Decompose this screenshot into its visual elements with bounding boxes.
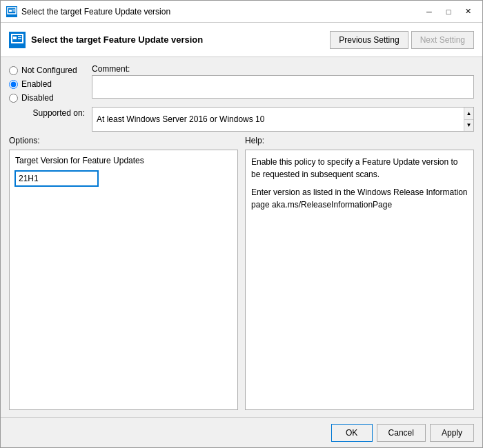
minimize-button[interactable]: ─ [420,5,438,19]
options-panel: Target Version for Feature Updates [9,150,238,410]
supported-scrollbar: ▲ ▼ [464,108,473,131]
close-button[interactable]: ✕ [459,5,477,19]
header-title: Select the target Feature Update version [31,34,203,45]
maximize-button[interactable]: □ [440,5,457,19]
cancel-button[interactable]: Cancel [377,424,426,442]
supported-row: Supported on: At least Windows Server 20… [9,107,474,132]
radio-not-configured[interactable]: Not Configured [9,65,85,75]
next-setting-button[interactable]: Next Setting [411,31,474,49]
title-bar: Select the target Feature Update version… [1,1,482,23]
previous-setting-button[interactable]: Previous Setting [330,31,408,49]
radio-enabled-input[interactable] [9,80,18,89]
svg-rect-5 [13,37,17,39]
help-label: Help: [245,136,474,145]
header-section: Select the target Feature Update version… [1,23,482,57]
comment-label: Comment: [92,64,474,74]
content-area: Not Configured Enabled Disabled Comment:… [1,57,482,417]
radio-enabled-label: Enabled [21,79,52,89]
radio-enabled[interactable]: Enabled [9,79,85,89]
header-buttons: Previous Setting Next Setting [330,31,474,49]
radio-comment-row: Not Configured Enabled Disabled Comment: [9,64,474,103]
supported-value-text: At least Windows Server 2016 or Windows … [97,114,264,124]
supported-value: At least Windows Server 2016 or Windows … [92,108,464,131]
scroll-up-arrow[interactable]: ▲ [464,108,473,120]
title-bar-left: Select the target Feature Update version [6,6,170,17]
options-help-row: Target Version for Feature Updates Enabl… [9,150,474,410]
scroll-down-arrow[interactable]: ▼ [464,120,473,132]
svg-rect-1 [9,10,12,12]
footer: OK Cancel Apply [1,417,482,447]
comment-area: Comment: [92,64,474,99]
help-text-2: Enter version as listed in the Windows R… [251,186,468,211]
window-icon [6,6,17,17]
options-help-label-row: Options: Help: [9,136,474,145]
header-left: Select the target Feature Update version [9,32,203,48]
radio-disabled-label: Disabled [21,93,54,103]
ok-button[interactable]: OK [331,424,373,442]
radio-not-configured-input[interactable] [9,66,18,75]
options-panel-title: Target Version for Feature Updates [15,156,232,165]
supported-label: Supported on: [9,107,85,118]
help-panel: Enable this policy to specify a Feature … [245,150,474,410]
radio-disabled-input[interactable] [9,94,18,103]
supported-dropdown: At least Windows Server 2016 or Windows … [92,107,474,132]
help-text-1: Enable this policy to specify a Feature … [251,156,468,181]
radio-group: Not Configured Enabled Disabled [9,64,85,103]
title-bar-controls: ─ □ ✕ [420,5,477,19]
radio-not-configured-label: Not Configured [21,65,77,75]
comment-textarea[interactable] [92,75,474,99]
apply-button[interactable]: Apply [430,424,474,442]
options-label: Options: [9,136,238,145]
version-input[interactable] [15,171,98,186]
radio-disabled[interactable]: Disabled [9,93,85,103]
window-title: Select the target Feature Update version [21,7,170,17]
header-icon [9,32,26,48]
main-window: Select the target Feature Update version… [0,0,483,448]
